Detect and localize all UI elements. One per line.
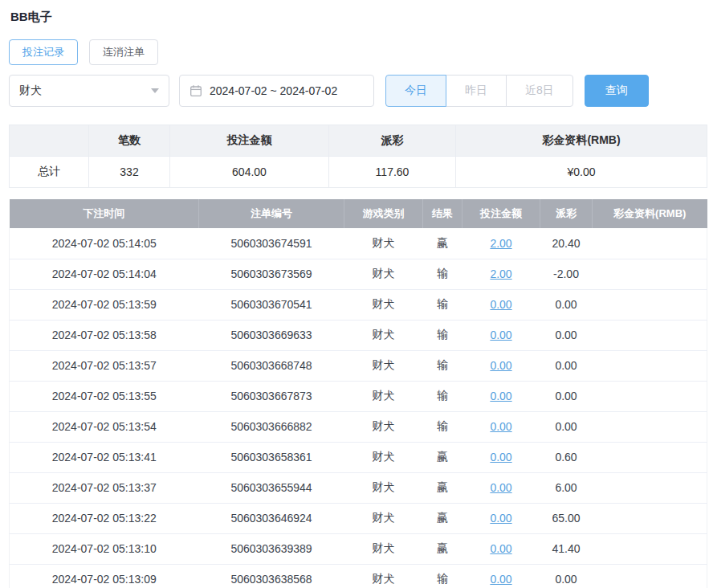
header-bonus: 彩金资料(RMB) (593, 199, 707, 228)
result-cell: 输 (423, 411, 462, 442)
result-cell: 赢 (423, 503, 462, 533)
table-row: 2024-07-02 05:14:05 5060303674591 财犬 赢 2… (10, 228, 707, 259)
game-type-cell: 财犬 (344, 320, 423, 350)
tab-bar: 投注记录 连消注单 (9, 39, 707, 65)
records-header-row: 下注时间 注单编号 游戏类别 结果 投注金额 派彩 彩金资料(RMB) (10, 199, 707, 228)
bet-time-cell: 2024-07-02 05:13:41 (10, 442, 199, 472)
header-result: 结果 (423, 199, 462, 228)
game-select[interactable]: 财犬 (9, 75, 169, 107)
game-type-cell: 财犬 (344, 503, 423, 533)
bet-amount-link[interactable]: 0.00 (490, 420, 511, 433)
bet-amount-link[interactable]: 0.00 (490, 298, 511, 311)
bet-time-cell: 2024-07-02 05:13:59 (10, 289, 199, 320)
bonus-cell (593, 442, 707, 472)
bonus-cell (593, 350, 707, 381)
payout-cell: 0.60 (540, 442, 593, 472)
order-number-cell: 5060303666882 (199, 411, 344, 442)
summary-header-blank (10, 125, 89, 157)
bonus-cell (593, 472, 707, 503)
bet-amount-link[interactable]: 2.00 (490, 237, 511, 250)
calendar-icon (189, 84, 202, 97)
yesterday-button[interactable]: 昨日 (446, 75, 507, 107)
order-number-cell: 5060303658361 (199, 442, 344, 472)
bet-amount-cell: 0.00 (462, 472, 540, 503)
bonus-cell (593, 503, 707, 533)
summary-total-row: 总计 332 604.00 117.60 ¥0.00 (10, 157, 707, 188)
summary-header-count: 笔数 (89, 125, 170, 157)
game-type-cell: 财犬 (344, 350, 423, 381)
today-button[interactable]: 今日 (385, 75, 446, 107)
payout-cell: 6.00 (540, 472, 593, 503)
table-row: 2024-07-02 05:13:10 5060303639389 财犬 赢 0… (10, 533, 707, 564)
bet-amount-cell: 2.00 (462, 228, 540, 259)
bet-time-cell: 2024-07-02 05:14:05 (10, 228, 199, 259)
payout-cell: 0.00 (540, 320, 593, 350)
result-cell: 输 (423, 381, 462, 411)
bonus-cell (593, 259, 707, 289)
bonus-cell (593, 381, 707, 411)
date-range-input[interactable]: 2024-07-02 ~ 2024-07-02 (179, 75, 374, 107)
order-number-cell: 5060303670541 (199, 289, 344, 320)
result-cell: 输 (423, 259, 462, 289)
bet-amount-link[interactable]: 0.00 (490, 359, 511, 372)
result-cell: 赢 (423, 228, 462, 259)
bet-time-cell: 2024-07-02 05:13:09 (10, 564, 199, 588)
summary-table: 笔数 投注金额 派彩 彩金资料(RMB) 总计 332 604.00 117.6… (9, 125, 707, 188)
table-row: 2024-07-02 05:13:57 5060303668748 财犬 输 0… (10, 350, 707, 381)
payout-cell: 0.00 (540, 350, 593, 381)
header-game-type: 游戏类别 (344, 199, 423, 228)
summary-header-bonus: 彩金资料(RMB) (456, 125, 707, 157)
bet-amount-cell: 0.00 (462, 350, 540, 381)
table-row: 2024-07-02 05:13:41 5060303658361 财犬 赢 0… (10, 442, 707, 472)
tab-betting-records[interactable]: 投注记录 (9, 39, 78, 65)
tab-cancelled-orders[interactable]: 连消注单 (89, 39, 158, 65)
bet-amount-link[interactable]: 0.00 (490, 451, 511, 463)
bet-amount-cell: 0.00 (462, 442, 540, 472)
bet-time-cell: 2024-07-02 05:13:58 (10, 320, 199, 350)
payout-cell: 41.40 (540, 533, 593, 564)
records-body: 2024-07-02 05:14:05 5060303674591 财犬 赢 2… (10, 228, 707, 588)
bet-amount-link[interactable]: 0.00 (490, 390, 511, 402)
payout-cell: 0.00 (540, 381, 593, 411)
payout-cell: 20.40 (540, 228, 593, 259)
table-row: 2024-07-02 05:13:37 5060303655944 财犬 赢 0… (10, 472, 707, 503)
result-cell: 输 (423, 320, 462, 350)
query-button[interactable]: 查询 (585, 75, 649, 107)
bet-amount-cell: 0.00 (462, 320, 540, 350)
table-row: 2024-07-02 05:13:58 5060303669633 财犬 输 0… (10, 320, 707, 350)
result-cell: 赢 (423, 442, 462, 472)
order-number-cell: 5060303668748 (199, 350, 344, 381)
bet-amount-link[interactable]: 2.00 (490, 267, 511, 280)
bet-amount-link[interactable]: 0.00 (490, 512, 511, 525)
bonus-cell (593, 564, 707, 588)
date-range-value: 2024-07-02 ~ 2024-07-02 (210, 84, 337, 97)
bonus-cell (593, 320, 707, 350)
order-number-cell: 5060303639389 (199, 533, 344, 564)
bonus-cell (593, 533, 707, 564)
bet-amount-link[interactable]: 0.00 (490, 481, 511, 494)
last-8-days-button[interactable]: 近8日 (506, 75, 573, 107)
order-number-cell: 5060303669633 (199, 320, 344, 350)
order-number-cell: 5060303646924 (199, 503, 344, 533)
order-number-cell: 5060303638568 (199, 564, 344, 588)
table-row: 2024-07-02 05:13:54 5060303666882 财犬 输 0… (10, 411, 707, 442)
bet-amount-link[interactable]: 0.00 (490, 329, 511, 341)
table-row: 2024-07-02 05:13:09 5060303638568 财犬 输 0… (10, 564, 707, 588)
filter-bar: 财犬 2024-07-02 ~ 2024-07-02 今日 昨日 近8日 查询 (9, 75, 707, 107)
bet-time-cell: 2024-07-02 05:13:55 (10, 381, 199, 411)
date-quick-buttons: 今日 昨日 近8日 (385, 75, 573, 107)
payout-cell: 65.00 (540, 503, 593, 533)
game-type-cell: 财犬 (344, 289, 423, 320)
table-row: 2024-07-02 05:13:55 5060303667873 财犬 输 0… (10, 381, 707, 411)
bet-amount-cell: 0.00 (462, 411, 540, 442)
table-row: 2024-07-02 05:13:59 5060303670541 财犬 输 0… (10, 289, 707, 320)
bonus-cell (593, 228, 707, 259)
result-cell: 输 (423, 564, 462, 588)
header-bet-amount: 投注金额 (462, 199, 540, 228)
summary-total-payout: 117.60 (329, 157, 456, 188)
bet-amount-link[interactable]: 0.00 (490, 573, 511, 586)
payout-cell: -2.00 (540, 259, 593, 289)
game-type-cell: 财犬 (344, 228, 423, 259)
bet-amount-link[interactable]: 0.00 (490, 542, 511, 555)
game-type-cell: 财犬 (344, 381, 423, 411)
